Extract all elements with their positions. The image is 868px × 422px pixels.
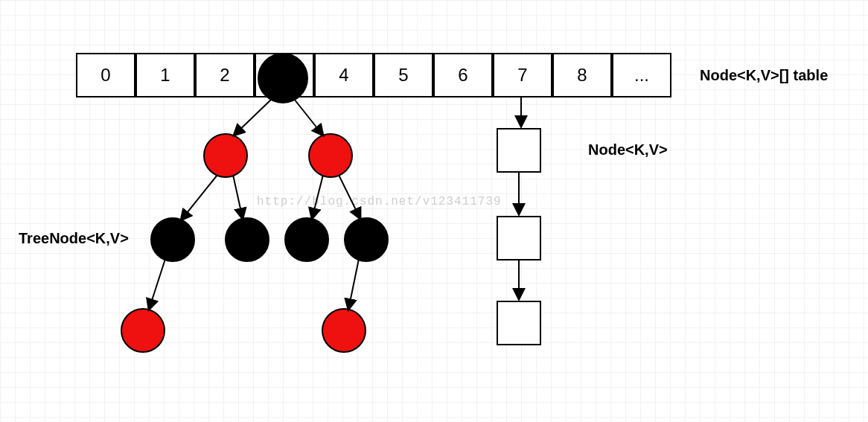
tree-node-black <box>344 217 389 262</box>
tree-root-black <box>258 53 308 103</box>
watermark-text: http://blog.csdn.net/v123411739 <box>257 195 502 208</box>
array-cell-2: 2 <box>195 53 255 97</box>
array-index: 6 <box>458 65 467 86</box>
svg-line-7 <box>348 259 359 310</box>
svg-line-6 <box>149 259 165 310</box>
array-index: 0 <box>100 65 110 86</box>
array-cell-ellipsis: ... <box>612 53 671 97</box>
list-node-box <box>497 216 541 260</box>
svg-line-3 <box>233 175 243 219</box>
svg-line-0 <box>234 99 272 135</box>
svg-line-1 <box>294 99 323 135</box>
tree-node-black <box>225 217 269 262</box>
array-cell-1: 1 <box>135 53 195 97</box>
list-node-box <box>497 128 541 173</box>
array-cell-7: 7 <box>493 53 552 97</box>
list-label: Node<K,V> <box>588 141 668 159</box>
array-index: 8 <box>577 65 587 86</box>
tree-node-red <box>121 308 165 353</box>
tree-node-red <box>203 133 248 178</box>
array-index: ... <box>634 65 649 86</box>
array-index: 2 <box>220 65 229 86</box>
svg-line-2 <box>181 175 217 220</box>
array-index: 1 <box>160 65 170 86</box>
table-label: Node<K,V>[] table <box>700 67 828 84</box>
array-index: 7 <box>517 65 527 86</box>
tree-node-black <box>284 217 329 262</box>
array-index: 5 <box>398 65 408 86</box>
array-cell-0: 0 <box>76 53 135 97</box>
array-cell-6: 6 <box>433 53 493 97</box>
tree-node-red <box>308 133 353 178</box>
tree-label: TreeNode<K,V> <box>19 230 129 247</box>
tree-node-red <box>322 308 366 353</box>
list-node-box <box>497 301 541 345</box>
tree-node-black <box>150 217 195 262</box>
array-cell-8: 8 <box>552 53 612 97</box>
array-cell-4: 4 <box>314 53 374 97</box>
array-cell-5: 5 <box>374 53 433 97</box>
array-index: 4 <box>339 65 348 86</box>
